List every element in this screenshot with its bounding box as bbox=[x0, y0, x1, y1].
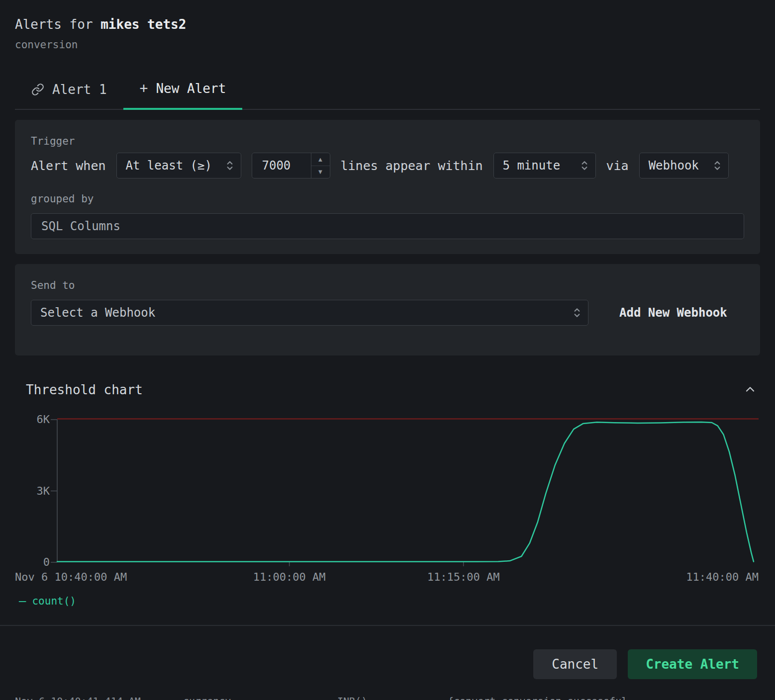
tab-new-alert[interactable]: + New Alert bbox=[123, 71, 243, 110]
link-icon bbox=[31, 83, 44, 96]
page-title-source-name: mikes tets2 bbox=[100, 17, 186, 32]
chevron-updown-icon bbox=[713, 160, 721, 172]
time-window-select[interactable]: 5 minute bbox=[493, 153, 596, 178]
stepper-up-button[interactable]: ▲ bbox=[311, 153, 330, 166]
send-to-panel: Send to Select a Webhook Add New Webhook bbox=[15, 264, 760, 355]
threshold-chart-header: Threshold chart bbox=[15, 381, 760, 398]
threshold-number-field: ▲ ▼ bbox=[252, 153, 330, 178]
threshold-chart: 03K6K bbox=[15, 417, 760, 566]
clipped-log-row: Nov 6 10:40:41.414 AM currency INR() {co… bbox=[0, 695, 775, 700]
clipped-log-col: currency bbox=[183, 695, 231, 700]
y-tick-label: 3K bbox=[15, 485, 50, 498]
threshold-stepper: ▲ ▼ bbox=[311, 153, 330, 178]
add-new-webhook-button[interactable]: Add New Webhook bbox=[619, 306, 727, 320]
send-to-label: Send to bbox=[31, 279, 744, 292]
trigger-section-label: Trigger bbox=[31, 135, 744, 148]
time-window-select-value: 5 minute bbox=[503, 159, 561, 173]
alert-when-label: Alert when bbox=[31, 159, 106, 173]
clipped-log-col: INR() bbox=[337, 695, 367, 700]
lines-within-label: lines appear within bbox=[341, 159, 483, 173]
send-to-row: Select a Webhook Add New Webhook bbox=[31, 300, 744, 326]
tab-alert-1[interactable]: Alert 1 bbox=[15, 71, 123, 110]
tab-alert-1-label: Alert 1 bbox=[52, 82, 107, 97]
alert-tabs: Alert 1 + New Alert bbox=[15, 71, 760, 110]
cancel-button[interactable]: Cancel bbox=[533, 649, 617, 679]
page-subtitle: conversion bbox=[15, 38, 760, 51]
condition-select-value: At least (≥) bbox=[126, 159, 212, 173]
channel-select-value: Webhook bbox=[649, 159, 699, 173]
series-line bbox=[57, 422, 754, 562]
threshold-chart-title: Threshold chart bbox=[26, 381, 143, 398]
legend-series-label: count() bbox=[32, 595, 76, 607]
dialog-footer: Cancel Create Alert bbox=[0, 625, 775, 679]
tab-new-alert-label: New Alert bbox=[156, 81, 226, 96]
page-title: Alerts for mikes tets2 bbox=[15, 17, 760, 32]
chevron-up-icon bbox=[743, 382, 757, 398]
plus-icon: + bbox=[140, 81, 148, 96]
stepper-down-button[interactable]: ▼ bbox=[311, 166, 330, 178]
trigger-panel: Trigger Alert when At least (≥) ▲ ▼ line… bbox=[15, 120, 760, 254]
x-tick-label: 11:00:00 AM bbox=[253, 570, 326, 584]
x-axis-labels: Nov 6 10:40:00 AM11:00:00 AM11:15:00 AM1… bbox=[15, 570, 760, 584]
threshold-input[interactable] bbox=[252, 153, 311, 178]
webhook-select[interactable]: Select a Webhook bbox=[31, 300, 588, 326]
footer-buttons: Cancel Create Alert bbox=[0, 626, 775, 679]
condition-select[interactable]: At least (≥) bbox=[116, 153, 241, 178]
grouped-by-label: grouped by bbox=[31, 192, 744, 205]
chart-legend: — count() bbox=[15, 594, 760, 608]
y-tick-label: 6K bbox=[15, 413, 50, 426]
group-by-input[interactable] bbox=[31, 213, 744, 239]
legend-line-swatch: — bbox=[19, 594, 26, 608]
chevron-updown-icon bbox=[581, 160, 588, 172]
clipped-log-message: {convert conversion successful bbox=[448, 695, 627, 700]
x-tick-label: Nov 6 10:40:00 AM bbox=[15, 570, 127, 584]
webhook-select-value: Select a Webhook bbox=[40, 306, 155, 320]
collapse-chart-button[interactable] bbox=[743, 382, 757, 398]
via-label: via bbox=[606, 159, 629, 173]
page-title-prefix: Alerts for bbox=[15, 17, 100, 32]
alert-dialog: Alerts for mikes tets2 conversion Alert … bbox=[0, 0, 775, 608]
channel-select[interactable]: Webhook bbox=[639, 153, 729, 178]
trigger-controls: Alert when At least (≥) ▲ ▼ lines appear… bbox=[31, 153, 744, 178]
chevron-updown-icon bbox=[226, 160, 234, 172]
dialog-header: Alerts for mikes tets2 conversion bbox=[15, 0, 760, 51]
create-alert-button[interactable]: Create Alert bbox=[628, 649, 757, 679]
chevron-updown-icon bbox=[573, 307, 581, 319]
x-tick-label: 11:40:00 AM bbox=[686, 570, 759, 584]
threshold-chart-svg bbox=[15, 417, 760, 566]
clipped-log-timestamp: Nov 6 10:40:41.414 AM bbox=[15, 695, 141, 700]
x-tick-label: 11:15:00 AM bbox=[427, 570, 500, 584]
y-tick-label: 0 bbox=[15, 556, 50, 569]
